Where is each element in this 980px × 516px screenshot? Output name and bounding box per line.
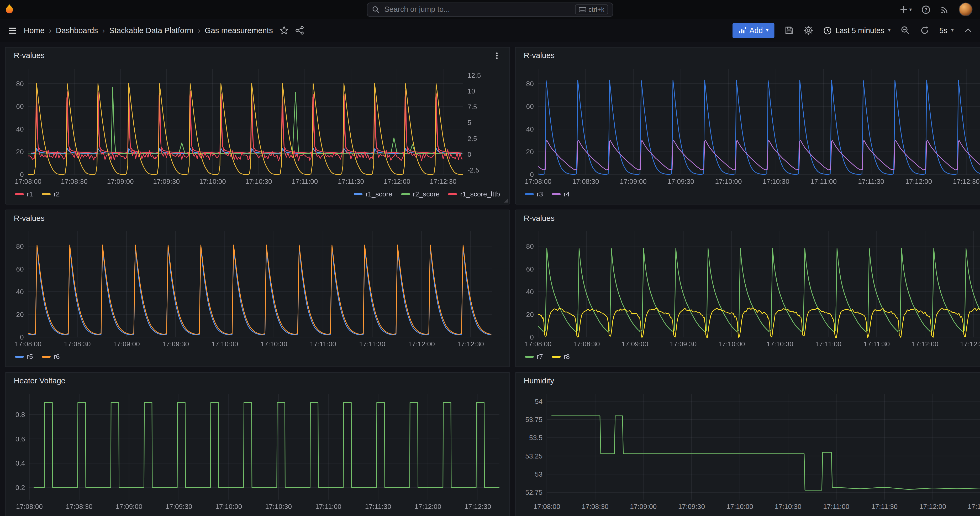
panel-header[interactable]: R-values [5,210,509,226]
search-input[interactable]: Search or jump to... ctrl+k [367,2,613,16]
svg-text:17:08:00: 17:08:00 [525,177,551,185]
svg-text:17:11:00: 17:11:00 [315,503,342,511]
svg-text:53: 53 [535,470,542,478]
legend-item[interactable]: r2 [42,190,60,198]
panel-menu-icon[interactable] [493,51,501,61]
svg-text:10: 10 [468,87,475,95]
svg-text:17:12:00: 17:12:00 [912,340,939,348]
dashboard-settings-button[interactable] [803,26,813,35]
breadcrumb-separator: › [102,26,105,35]
svg-text:17:09:00: 17:09:00 [116,503,143,511]
legend-item[interactable]: r4 [552,190,570,198]
share-icon [295,26,304,35]
add-button[interactable]: Add ▾ [732,23,774,38]
legend-item[interactable]: heatervoltage [15,515,68,516]
svg-text:17:08:30: 17:08:30 [573,340,600,348]
chevron-down-icon: ▾ [888,27,891,33]
panel-header[interactable]: R-values [516,48,980,64]
legend-item[interactable]: r1_score_lttb [448,190,500,198]
legend-item[interactable]: r8 [552,353,570,360]
svg-text:0.6: 0.6 [16,435,25,443]
add-panel-icon [738,26,746,34]
chart-legend: r1r2r1_scorer2_scorer1_score_lttb [5,187,509,204]
chevron-down-icon: ▾ [951,27,954,33]
time-series-chart[interactable]: 17:08:0017:08:3017:09:0017:09:3017:10:00… [516,64,980,187]
grafana-logo[interactable] [0,4,19,15]
hamburger-icon [8,25,18,35]
refresh-interval-label: 5s [939,26,947,35]
time-series-chart[interactable]: 17:08:0017:08:3017:09:0017:09:3017:10:00… [5,226,509,349]
zoom-out-icon [901,26,910,35]
panel-title[interactable]: R-values [14,51,45,60]
legend-item[interactable]: r2_score [401,190,440,198]
search-icon [372,5,380,13]
breadcrumb-item[interactable]: Stackable Data Platform [109,26,193,35]
time-series-chart[interactable]: 17:08:0017:08:3017:09:0017:09:3017:10:00… [5,64,509,187]
legend-item[interactable]: r3 [525,190,543,198]
svg-text:40: 40 [526,125,534,133]
chevron-down-icon: ▾ [766,27,768,33]
time-range-picker[interactable]: Last 5 minutes ▾ [823,26,891,35]
breadcrumb: Home›Dashboards›Stackable Data Platform›… [24,26,273,35]
time-series-chart[interactable]: 17:08:0017:08:3017:09:0017:09:3017:10:00… [516,226,980,349]
refresh-button[interactable] [920,26,929,35]
panel-title[interactable]: R-values [14,214,45,222]
legend-item[interactable]: r5 [15,353,33,360]
svg-text:40: 40 [526,288,534,296]
panel-resize-handle[interactable] [504,198,508,203]
svg-text:52.75: 52.75 [525,489,543,496]
svg-text:0: 0 [20,171,24,178]
svg-text:17:11:30: 17:11:30 [338,177,364,185]
breadcrumb-item[interactable]: Dashboards [56,26,98,35]
share-button[interactable] [295,26,304,35]
svg-text:20: 20 [526,148,534,156]
svg-text:60: 60 [16,265,24,273]
svg-text:17:11:00: 17:11:00 [310,340,336,348]
legend-item[interactable]: humidity [525,515,562,516]
panel-title[interactable]: R-values [524,51,555,60]
panel-header[interactable]: Humidity [516,373,980,389]
legend-item[interactable]: r7 [525,353,543,360]
panel-r-values-3: R-values 17:08:0017:08:3017:09:0017:09:3… [5,210,510,367]
panel-title[interactable]: Humidity [524,377,554,385]
svg-text:53.5: 53.5 [529,434,542,442]
legend-item[interactable]: r6 [42,353,60,360]
svg-text:17:12:00: 17:12:00 [384,177,410,185]
zoom-out-button[interactable] [901,26,910,35]
panel-title[interactable]: Heater Voltage [14,377,65,385]
svg-text:17:11:30: 17:11:30 [359,340,385,348]
search-placeholder: Search or jump to... [385,5,571,14]
chart-legend: r3r4 [516,187,980,204]
refresh-interval-picker[interactable]: 5s ▾ [939,26,954,35]
svg-text:0: 0 [20,333,24,341]
svg-text:17:09:30: 17:09:30 [153,177,180,185]
panel-header[interactable]: R-values [5,48,509,64]
avatar[interactable] [959,3,972,16]
help-button[interactable]: ? [921,5,931,14]
new-button[interactable]: ▾ [899,5,912,14]
legend-item[interactable]: r1_score [353,190,392,198]
svg-text:0: 0 [530,333,534,341]
svg-text:17:08:00: 17:08:00 [525,340,551,348]
svg-text:5: 5 [468,119,471,127]
panel-title[interactable]: R-values [524,214,555,222]
panel-header[interactable]: R-values [516,210,980,226]
panel-heater-voltage: Heater Voltage 17:08:0017:08:3017:09:001… [5,372,510,516]
chevron-down-icon: ▾ [909,7,912,12]
svg-text:17:11:00: 17:11:00 [291,177,318,185]
favorite-button[interactable] [279,26,289,35]
panel-header[interactable]: Heater Voltage [5,373,509,389]
breadcrumb-item[interactable]: Gas measurements [205,26,273,35]
svg-text:53.75: 53.75 [525,416,543,424]
svg-text:17:10:30: 17:10:30 [265,503,292,511]
save-dashboard-button[interactable] [784,26,794,35]
svg-text:17:09:00: 17:09:00 [620,177,647,185]
legend-item[interactable]: r1 [15,190,33,198]
svg-text:80: 80 [16,242,24,250]
collapse-toolbar-button[interactable] [964,26,972,35]
time-series-chart[interactable]: 17:08:0017:08:3017:09:0017:09:3017:10:00… [516,389,980,512]
menu-toggle-button[interactable] [8,25,18,35]
news-button[interactable] [940,5,950,14]
breadcrumb-item[interactable]: Home [24,26,45,35]
time-series-chart[interactable]: 17:08:0017:08:3017:09:0017:09:3017:10:00… [5,389,509,512]
